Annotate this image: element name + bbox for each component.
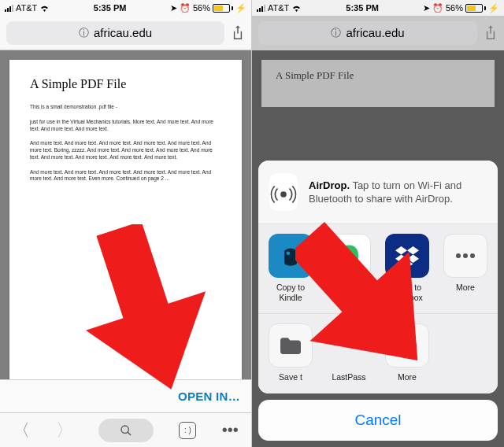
back-button[interactable]: 〈 (13, 419, 30, 442)
share-action-save[interactable]: Save t (263, 323, 318, 382)
airdrop-row[interactable]: AirDrop. Tap to turn on Wi-Fi and Blueto… (258, 161, 498, 224)
more-button[interactable]: ••• (222, 421, 239, 439)
signal-icon (5, 4, 13, 12)
pdf-title: A Simple PDF File (30, 77, 221, 91)
app-label: Copy to Kindle (264, 283, 317, 302)
search-icon (120, 424, 132, 437)
app-label: Copy to Dropbox (380, 283, 434, 302)
battery-pct: 56% (193, 3, 210, 13)
cancel-button[interactable]: Cancel (258, 400, 498, 441)
app-label: More (456, 283, 475, 293)
share-sheet: AirDrop. Tap to turn on Wi-Fi and Blueto… (258, 161, 498, 441)
pdf-title: A Simple PDF File (261, 60, 495, 107)
svg-line-1 (128, 432, 131, 435)
url-text: africau.edu (94, 26, 152, 39)
battery-pct: 56% (446, 3, 463, 13)
location-icon: ➤ (170, 3, 177, 13)
content-area[interactable]: A Simple PDF File This is a small demons… (0, 50, 251, 412)
folder-icon (269, 323, 313, 368)
wifi-icon (39, 4, 50, 12)
app-label: Copy to Evernote (322, 283, 376, 302)
battery-icon (213, 4, 233, 13)
lastpass-icon (327, 323, 371, 368)
airdrop-icon (269, 173, 298, 211)
kindle-icon (269, 234, 313, 278)
share-icon[interactable] (231, 24, 245, 42)
evernote-icon (327, 234, 371, 278)
share-action-more[interactable]: More (380, 323, 435, 382)
share-app-more[interactable]: More (438, 234, 493, 302)
share-app-dropbox[interactable]: Copy to Dropbox (380, 234, 435, 302)
airdrop-title: AirDrop. (309, 179, 350, 191)
share-actions-row[interactable]: Save t LastPass More (258, 313, 498, 393)
pdf-para: And more text. And more text. And more t… (30, 169, 221, 183)
action-label: Save t (279, 372, 302, 382)
wifi-icon (291, 4, 302, 12)
status-bar: AT&T 5:35 PM ➤ ⏰ 56% ⚡ (252, 0, 504, 16)
svg-marker-6 (395, 246, 407, 255)
alarm-icon: ⏰ (432, 3, 443, 13)
share-app-evernote[interactable]: Copy to Evernote (321, 234, 376, 302)
battery-icon (465, 4, 486, 13)
clock: 5:35 PM (346, 3, 379, 13)
address-bar: ⓘ africau.edu (252, 16, 504, 50)
svg-point-0 (121, 426, 128, 433)
open-in-button[interactable]: OPEN IN… (0, 379, 251, 412)
carrier-label: AT&T (268, 3, 289, 13)
info-icon: ⓘ (79, 26, 89, 40)
info-icon: ⓘ (331, 26, 341, 40)
forward-button[interactable]: 〉 (56, 419, 73, 442)
location-icon: ➤ (423, 3, 430, 13)
url-field: ⓘ africau.edu (258, 21, 477, 45)
pdf-para: just for use in the Virtual Mechanics tu… (30, 119, 221, 133)
open-in-label: OPEN IN… (178, 390, 240, 403)
charging-icon: ⚡ (488, 3, 499, 13)
share-app-kindle[interactable]: Copy to Kindle (263, 234, 318, 302)
address-bar: ⓘ africau.edu (0, 16, 251, 50)
url-text: africau.edu (346, 26, 404, 39)
more-icon (443, 234, 487, 278)
pdf-para: This is a small demonstration .pdf file … (30, 104, 221, 111)
share-action-lastpass[interactable]: LastPass (321, 323, 376, 382)
svg-marker-7 (407, 246, 419, 255)
pdf-page: A Simple PDF File This is a small demons… (9, 60, 242, 403)
carrier-label: AT&T (16, 3, 37, 13)
share-icon (484, 24, 498, 42)
more-icon (385, 323, 429, 368)
phone-right: AT&T 5:35 PM ➤ ⏰ 56% ⚡ ⓘ africau.edu A S… (252, 0, 504, 447)
clock: 5:35 PM (94, 3, 127, 13)
airdrop-text: AirDrop. Tap to turn on Wi-Fi and Blueto… (309, 179, 487, 206)
tabs-button[interactable]: : ) (179, 422, 196, 439)
status-bar: AT&T 5:35 PM ➤ ⏰ 56% ⚡ (0, 0, 251, 16)
share-apps-row[interactable]: Copy to Kindle Copy to Evernote Copy to … (258, 224, 498, 313)
charging-icon: ⚡ (235, 3, 246, 13)
pdf-para: And more text. And more text. And more t… (30, 140, 221, 161)
action-label: LastPass (332, 372, 365, 382)
svg-point-5 (286, 252, 290, 256)
share-sheet-card: AirDrop. Tap to turn on Wi-Fi and Blueto… (258, 161, 498, 393)
url-field[interactable]: ⓘ africau.edu (6, 21, 224, 45)
phone-left: AT&T 5:35 PM ➤ ⏰ 56% ⚡ ⓘ africau.edu A S… (0, 0, 252, 447)
action-label: More (398, 372, 417, 382)
dropbox-icon (385, 234, 429, 278)
cancel-label: Cancel (354, 412, 401, 429)
search-button[interactable] (98, 419, 154, 442)
signal-icon (257, 4, 265, 12)
alarm-icon: ⏰ (180, 3, 191, 13)
bottom-toolbar: 〈 〉 : ) ••• (0, 412, 251, 447)
svg-point-3 (281, 192, 286, 197)
